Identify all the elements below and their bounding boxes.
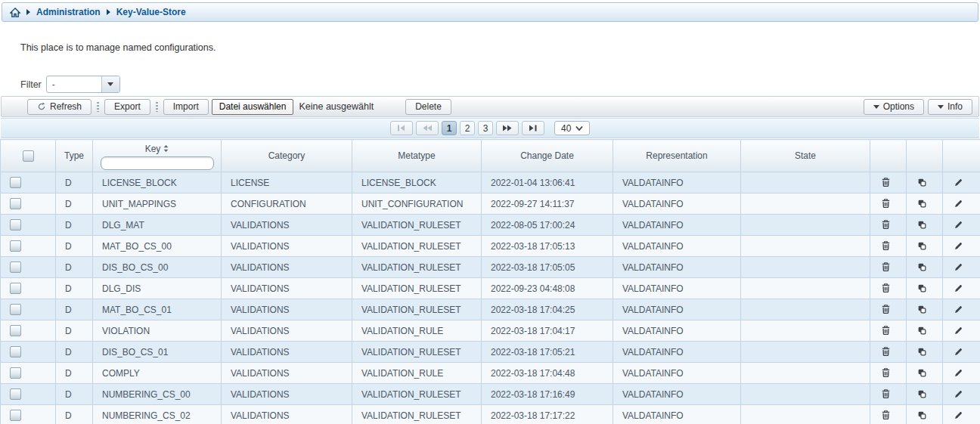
row-checkbox[interactable] xyxy=(10,304,21,315)
delete-button[interactable]: Delete xyxy=(405,99,451,115)
row-delete-button[interactable] xyxy=(879,408,892,422)
paginator-prev-button[interactable] xyxy=(416,121,439,135)
info-menu-button[interactable]: Info xyxy=(928,99,972,115)
breadcrumb-link-administration[interactable]: Administration xyxy=(36,7,101,17)
cell-representation: VALDATAINFO xyxy=(613,278,741,299)
paginator-first-button[interactable] xyxy=(390,121,413,135)
row-copy-button[interactable] xyxy=(916,303,929,316)
row-checkbox[interactable] xyxy=(10,283,21,294)
row-delete-button[interactable] xyxy=(879,323,892,337)
copy-icon xyxy=(917,389,927,399)
row-copy-button[interactable] xyxy=(916,261,929,274)
cell-edit xyxy=(943,236,980,257)
table-row[interactable]: D VIOLATION VALIDATIONS VALIDATION_RULE … xyxy=(1,320,980,342)
row-delete-button[interactable] xyxy=(879,175,892,189)
row-delete-button[interactable] xyxy=(879,197,892,210)
filter-select[interactable]: - xyxy=(46,76,120,93)
row-copy-button[interactable] xyxy=(916,176,929,189)
row-checkbox[interactable] xyxy=(10,367,21,379)
cell-select xyxy=(1,236,56,257)
row-checkbox[interactable] xyxy=(10,325,21,336)
row-edit-button[interactable] xyxy=(952,324,965,337)
paginator-page-3[interactable]: 3 xyxy=(478,121,493,135)
cell-select xyxy=(1,320,56,342)
page-size-select[interactable]: 40 xyxy=(554,121,590,135)
row-edit-button[interactable] xyxy=(952,218,965,231)
import-button[interactable]: Import xyxy=(163,99,209,115)
row-delete-button[interactable] xyxy=(879,218,892,231)
row-copy-button[interactable] xyxy=(916,240,929,252)
home-icon[interactable] xyxy=(10,8,20,17)
row-copy-button[interactable] xyxy=(916,282,929,295)
row-checkbox[interactable] xyxy=(10,198,21,209)
row-edit-button[interactable] xyxy=(952,176,965,189)
table-row[interactable]: D MAT_BO_CS_01 VALIDATIONS VALIDATION_RU… xyxy=(1,299,980,320)
row-edit-button[interactable] xyxy=(952,282,965,295)
row-checkbox[interactable] xyxy=(10,262,21,273)
row-checkbox[interactable] xyxy=(10,219,21,231)
refresh-button[interactable]: Refresh xyxy=(27,99,91,115)
table-row[interactable]: D DIS_BO_CS_00 VALIDATIONS VALIDATION_RU… xyxy=(1,257,980,278)
cell-select xyxy=(1,363,56,384)
row-delete-button[interactable] xyxy=(879,281,892,295)
table-row[interactable]: D NUMBERING_CS_00 VALIDATIONS VALIDATION… xyxy=(1,384,980,405)
row-delete-button[interactable] xyxy=(879,387,892,401)
select-all-checkbox[interactable] xyxy=(23,150,34,162)
row-copy-button[interactable] xyxy=(916,197,929,210)
row-checkbox[interactable] xyxy=(10,388,21,400)
row-delete-button[interactable] xyxy=(879,260,892,274)
row-checkbox[interactable] xyxy=(10,410,21,421)
filter-select-arrow-button[interactable] xyxy=(101,76,119,92)
row-copy-button[interactable] xyxy=(916,388,929,401)
row-edit-button[interactable] xyxy=(952,367,965,379)
cell-key: DLG_MAT xyxy=(93,215,222,236)
cell-copy xyxy=(907,363,943,384)
row-delete-button[interactable] xyxy=(879,366,892,379)
table-row[interactable]: D MAT_BO_CS_00 VALIDATIONS VALIDATION_RU… xyxy=(1,236,980,257)
cell-delete xyxy=(870,342,907,363)
file-choose-button[interactable]: Datei auswählen xyxy=(212,99,294,115)
cell-state xyxy=(741,405,870,424)
breadcrumb-link-key-value-store[interactable]: Key-Value-Store xyxy=(116,7,186,17)
header-copy-column xyxy=(907,140,943,172)
row-edit-button[interactable] xyxy=(952,261,965,274)
table-row[interactable]: D DLG_MAT VALIDATIONS VALIDATION_RULESET… xyxy=(1,215,980,236)
copy-icon xyxy=(917,178,927,187)
table-row[interactable]: D COMPLY VALIDATIONS VALIDATION_RULE 202… xyxy=(1,363,980,384)
paginator-next-button[interactable] xyxy=(496,121,519,135)
row-edit-button[interactable] xyxy=(952,388,965,401)
cell-metatype: VALIDATION_RULESET xyxy=(352,342,482,363)
paginator-page-2[interactable]: 2 xyxy=(460,121,475,135)
row-copy-button[interactable] xyxy=(916,367,929,379)
row-copy-button[interactable] xyxy=(916,218,929,231)
row-copy-button[interactable] xyxy=(916,345,929,358)
header-type: Type xyxy=(56,140,93,172)
row-checkbox[interactable] xyxy=(10,177,21,188)
row-edit-button[interactable] xyxy=(952,240,965,252)
key-sort-header[interactable]: Key xyxy=(93,144,221,154)
key-filter-input[interactable] xyxy=(101,156,214,170)
export-button[interactable]: Export xyxy=(104,99,150,115)
table-row[interactable]: D DIS_BO_CS_01 VALIDATIONS VALIDATION_RU… xyxy=(1,342,980,363)
cell-select xyxy=(1,384,56,405)
row-checkbox[interactable] xyxy=(10,346,21,357)
options-menu-button[interactable]: Options xyxy=(864,99,924,115)
table-row[interactable]: D LICENSE_BLOCK LICENSE LICENSE_BLOCK 20… xyxy=(1,172,980,193)
paginator-last-button[interactable] xyxy=(522,121,544,135)
row-edit-button[interactable] xyxy=(952,409,965,422)
table-row[interactable]: D NUMBERING_CS_02 VALIDATIONS VALIDATION… xyxy=(1,405,980,424)
row-delete-button[interactable] xyxy=(879,239,892,252)
row-checkbox[interactable] xyxy=(10,240,21,252)
cell-change-date: 2022-09-23 04:48:08 xyxy=(482,278,613,299)
table-row[interactable]: D UNIT_MAPPINGS CONFIGURATION UNIT_CONFI… xyxy=(1,193,980,215)
row-copy-button[interactable] xyxy=(916,324,929,337)
row-delete-button[interactable] xyxy=(879,302,892,316)
row-edit-button[interactable] xyxy=(952,303,965,316)
paginator-page-1[interactable]: 1 xyxy=(442,121,457,135)
table-row[interactable]: D DLG_DIS VALIDATIONS VALIDATION_RULESET… xyxy=(1,278,980,299)
row-edit-button[interactable] xyxy=(952,345,965,358)
row-copy-button[interactable] xyxy=(916,409,929,422)
row-edit-button[interactable] xyxy=(952,197,965,210)
trash-icon xyxy=(881,388,891,399)
row-delete-button[interactable] xyxy=(879,345,892,358)
